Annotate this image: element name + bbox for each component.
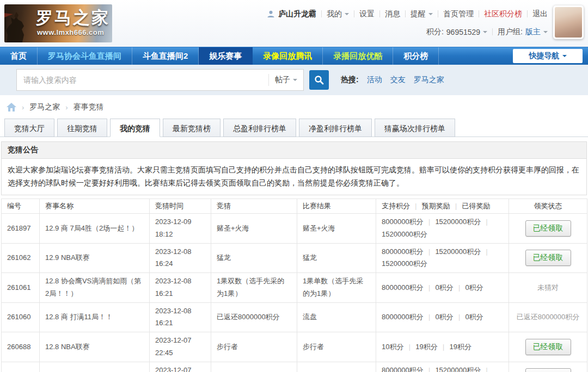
cell-points: 8000000积分15200000积分15200000积分 — [376, 214, 509, 244]
site-logo[interactable]: 罗马之家 www.lmxh666.com — [4, 4, 112, 42]
chevron-down-icon — [562, 55, 567, 59]
tab-net-profit-rank[interactable]: 净盈利排行榜单 — [299, 119, 372, 137]
main-nav: 首页 罗马协会斗鱼直播间 斗鱼直播间2 娱乐赛事 录像回放腾讯 录播回放优酷 积… — [0, 47, 588, 65]
cell-points: 8000000积分0积分0积分 — [376, 273, 509, 303]
nav-item-home[interactable]: 首页 — [0, 47, 38, 65]
col-header-event: 赛事名称 — [40, 199, 150, 214]
tab-latest-guess-rank[interactable]: 最新竞猜榜 — [163, 119, 220, 137]
claimed-button[interactable]: 已经领取 — [525, 339, 571, 355]
hot-link-friends[interactable]: 交友 — [390, 75, 406, 85]
chevron-down-icon — [345, 13, 349, 17]
breadcrumb-separator-icon — [22, 103, 24, 111]
cell-event: 12.9 商 7局4胜（2场一起！） — [40, 214, 150, 244]
breadcrumb-site[interactable]: 罗马之家 — [29, 102, 60, 112]
table-row: 261897 12.9 商 7局4胜（2场一起！） 2023-12-09 18:… — [2, 214, 587, 244]
user-avatar[interactable] — [553, 5, 584, 39]
announcement-body: 欢迎大家参加柒瑞论坛赛事竞猜活动。大家只需主竞猜页面填写自己支持的积分并点击自己… — [2, 159, 586, 195]
cell-event: 12.9 NBA联赛 — [40, 243, 150, 273]
nav-item-assoc-douyu-live[interactable]: 罗马协会斗鱼直播间 — [38, 47, 132, 65]
cell-id: 261061 — [2, 273, 40, 303]
cell-guess: 已返还8000000积分 — [211, 302, 297, 332]
cell-event: 12.8 NBA联赛 — [40, 332, 150, 362]
cell-id: 261060 — [2, 302, 40, 332]
cell-id: 261062 — [2, 243, 40, 273]
search-icon — [314, 75, 324, 85]
cell-result: 湖人 — [297, 362, 376, 372]
menu-settings[interactable]: 设置 — [359, 9, 375, 19]
search-box: 帖子 — [16, 69, 304, 91]
cell-points: 8000000积分15200000积分15200000积分 — [376, 362, 509, 372]
menu-alerts[interactable]: 提醒 — [411, 9, 426, 19]
col-header-earned: 已得奖励 — [462, 202, 491, 210]
search-input[interactable] — [17, 70, 268, 90]
chevron-down-icon — [293, 79, 297, 83]
claimed-button[interactable]: 已经领取 — [525, 368, 571, 372]
hot-link-home[interactable]: 罗马之家 — [414, 75, 444, 85]
tab-past-guesses[interactable]: 往期竞猜 — [57, 119, 107, 137]
status-refunded: 已返还8000000积分 — [517, 313, 580, 321]
nav-item-points-leaderboard[interactable]: 积分榜 — [393, 47, 439, 65]
menu-messages[interactable]: 消息 — [385, 9, 400, 19]
points-label: 积分: — [426, 27, 444, 37]
cell-id: 260687 — [2, 362, 40, 372]
menu-my[interactable]: 我的 — [327, 9, 342, 19]
tab-total-profit-rank[interactable]: 总盈利排行榜单 — [223, 119, 296, 137]
search-type-select[interactable]: 帖子 — [268, 74, 303, 86]
cell-result: 1果单数（选手先采的为1果） — [297, 273, 376, 303]
hot-search-label: 热搜: — [341, 75, 359, 85]
top-header: 罗马之家 www.lmxh666.com 庐山升龙霸 我的 设置 消息 提醒 首… — [0, 0, 588, 47]
username[interactable]: 庐山升龙霸 — [278, 9, 316, 19]
cell-time: 2023-12-09 18:12 — [150, 214, 211, 244]
user-area: 庐山升龙霸 我的 设置 消息 提醒 首页管理 社区积分榜 退出 积分: 9695… — [267, 8, 548, 38]
nav-item-entertainment-events[interactable]: 娱乐赛事 — [199, 47, 253, 65]
search-type-value: 帖子 — [275, 75, 290, 85]
site-url: www.lmxh666.com — [37, 28, 104, 36]
cell-points: 10积分19积分19积分 — [376, 332, 509, 362]
breadcrumb-current[interactable]: 赛事竞猜 — [74, 102, 104, 112]
cell-event: 12.8 NBA联赛 — [40, 362, 150, 372]
cell-status: 已经领取 — [509, 332, 587, 362]
announcement-panel: 竞猜公告 欢迎大家参加柒瑞论坛赛事竞猜活动。大家只需主竞猜页面填写自己支持的积分… — [1, 141, 587, 195]
chevron-down-icon[interactable] — [483, 31, 487, 35]
announcement-title: 竞猜公告 — [2, 142, 586, 159]
user-menu-row: 庐山升龙霸 我的 设置 消息 提醒 首页管理 社区积分榜 退出 — [267, 8, 548, 20]
cell-guess: 猛龙 — [211, 243, 297, 273]
quick-nav-button[interactable]: 快捷导航 — [513, 49, 583, 63]
menu-community-rank[interactable]: 社区积分榜 — [484, 9, 522, 19]
usergroup-value[interactable]: 版主 — [525, 27, 541, 37]
cell-status: 已经领取 — [509, 362, 587, 372]
cell-result: 流盘 — [297, 302, 376, 332]
chevron-down-icon[interactable] — [543, 31, 548, 35]
search-button[interactable] — [309, 70, 329, 90]
cell-result: 赌圣+火海 — [297, 214, 376, 244]
cell-status: 已经领取 — [509, 243, 587, 273]
menu-home-admin[interactable]: 首页管理 — [443, 9, 474, 19]
col-header-expected: 预期奖励 — [422, 202, 450, 210]
claimed-button[interactable]: 已经领取 — [525, 250, 571, 266]
site-title: 罗马之家 — [36, 7, 110, 29]
table-row: 261062 12.9 NBA联赛 2023-12-08 16:24 猛龙 猛龙… — [2, 243, 587, 273]
col-header-support: 支持积分 — [382, 202, 410, 210]
horse-rider-image — [4, 11, 35, 42]
tab-wins-rank[interactable]: 猜赢场次排行榜单 — [375, 119, 455, 137]
col-header-status: 领奖状态 — [509, 199, 587, 214]
col-header-result: 比赛结果 — [297, 199, 376, 214]
nav-item-replay-youku[interactable]: 录播回放优酷 — [323, 47, 393, 65]
cell-guess: 湖人 — [211, 362, 297, 372]
nav-item-replay-tencent[interactable]: 录像回放腾讯 — [253, 47, 323, 65]
hot-link-activity[interactable]: 活动 — [367, 75, 382, 85]
search-bar: 帖子 热搜: 活动 交友 罗马之家 — [0, 65, 588, 95]
tab-my-guesses[interactable]: 我的竞猜 — [110, 119, 160, 137]
cell-status: 未猜对 — [509, 273, 587, 303]
nav-item-douyu-live-2[interactable]: 斗鱼直播间2 — [132, 47, 199, 65]
cell-time: 2023-12-08 16:21 — [150, 302, 211, 332]
menu-logout[interactable]: 退出 — [532, 9, 548, 19]
home-icon[interactable] — [7, 103, 16, 111]
claimed-button[interactable]: 已经领取 — [525, 220, 571, 237]
user-stats-row: 积分: 96951529 用户组: 版主 — [267, 26, 548, 38]
tab-guess-hall[interactable]: 竞猜大厅 — [4, 119, 54, 137]
quick-nav-label: 快捷导航 — [529, 51, 560, 61]
col-header-guess: 竞猜 — [211, 199, 297, 214]
cell-time: 2023-12-08 16:24 — [150, 243, 211, 273]
my-guesses-table: 编号 赛事名称 竞猜时间 竞猜 比赛结果 支持积分预期奖励已得奖励 领奖状态 2… — [1, 199, 587, 372]
